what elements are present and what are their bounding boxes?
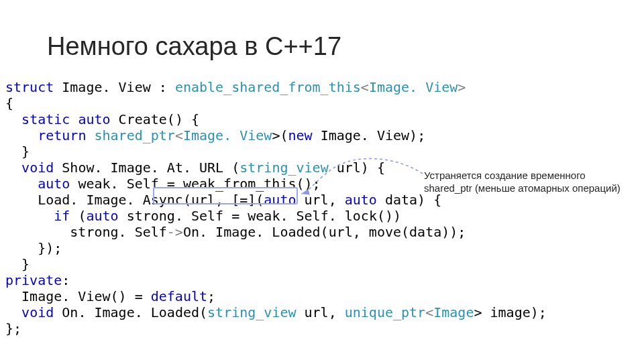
txt: ; (207, 288, 215, 304)
txt: strong. Self = weak. Self. lock()) (119, 208, 401, 224)
txt (5, 160, 21, 176)
type: string_view (239, 160, 328, 176)
txt: url, (297, 304, 345, 320)
type: Image. View (369, 79, 458, 95)
txt (5, 208, 54, 224)
txt: On. Image. Loaded(url, move(data)); (183, 224, 466, 240)
kw: auto (345, 192, 377, 208)
type: string_view (207, 304, 296, 320)
kw: struct (5, 79, 54, 95)
annotation-text: Устраняется создание временного shared_p… (424, 169, 625, 194)
kw: if (54, 208, 70, 224)
kw: new (288, 127, 312, 143)
txt: Load. Image. Async(url, [=]( (5, 192, 264, 208)
txt: ( (70, 208, 86, 224)
txt: Image. View() = (5, 288, 151, 304)
type: Image (433, 304, 474, 320)
kw: auto (78, 111, 110, 127)
txt: url, (296, 192, 344, 208)
txt: Create() { (111, 111, 199, 127)
txt (70, 111, 78, 127)
txt: } (5, 143, 30, 160)
slide-title: Немного сахара в C++17 (47, 32, 341, 61)
op: -> (167, 224, 183, 240)
txt: >( (272, 127, 288, 143)
txt (86, 127, 94, 143)
txt (5, 127, 38, 143)
type: enable_shared_from_this (175, 79, 361, 95)
txt: }); (5, 240, 62, 256)
txt: } (5, 256, 30, 272)
op: < (175, 127, 183, 143)
kw: static (21, 111, 70, 127)
kw: auto (38, 176, 70, 192)
op: > (458, 79, 466, 95)
txt: > image); (474, 304, 546, 320)
txt: weak. Self = weak_from_this(); (70, 176, 320, 192)
txt (5, 176, 38, 192)
kw: private (5, 272, 62, 288)
kw: auto (264, 192, 296, 208)
txt: }; (5, 320, 21, 337)
txt: strong. Self (5, 224, 167, 240)
txt: Show. Image. At. URL ( (54, 160, 239, 176)
txt: : (62, 272, 70, 288)
txt: On. Image. Loaded( (54, 304, 207, 320)
op: < (425, 304, 433, 320)
kw: void (21, 304, 54, 320)
kw: auto (86, 208, 118, 224)
txt: url) { (329, 160, 385, 176)
txt (5, 304, 21, 320)
txt: Image. View : (54, 79, 175, 95)
kw: return (38, 127, 86, 143)
type: Image. View (183, 127, 272, 143)
kw: default (151, 288, 207, 304)
kw: void (21, 160, 54, 176)
type: unique_ptr (345, 304, 425, 320)
txt: Image. View); (313, 127, 426, 143)
txt (5, 111, 21, 127)
code-block: struct Image. View : enable_shared_from_… (5, 79, 547, 337)
txt: { (5, 95, 13, 111)
type: shared_ptr (94, 127, 174, 143)
op: < (361, 79, 369, 95)
